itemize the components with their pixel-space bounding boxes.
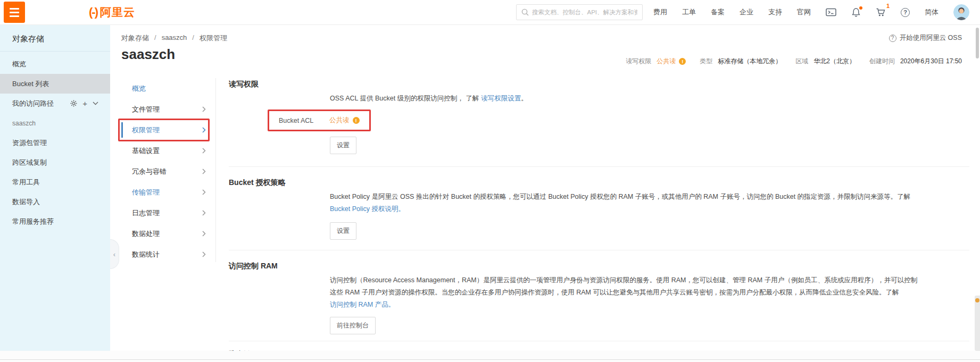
policy-configure-button[interactable]: 设置 bbox=[330, 222, 356, 240]
section-acl: 读写权限 OSS ACL 提供 Bucket 级别的权限访问控制， 了解读写权限… bbox=[229, 79, 969, 154]
sidebar-item-saaszch[interactable]: saaszch bbox=[0, 113, 110, 133]
topnav-item-tickets[interactable]: 工单 bbox=[682, 7, 696, 17]
chevron-right-icon bbox=[202, 148, 206, 154]
ram-description-line1: 访问控制（Resource Access Management，RAM）是阿里云… bbox=[330, 274, 969, 287]
menu-item-redundancy[interactable]: 冗余与容错 bbox=[121, 161, 215, 182]
warning-icon: ! bbox=[353, 117, 360, 124]
bucket-policy-doc-link[interactable]: Bucket Policy 授权说明。 bbox=[330, 205, 405, 213]
breadcrumb-bucket[interactable]: saaszch bbox=[162, 33, 187, 43]
menu-item-permission-management[interactable]: 权限管理 bbox=[121, 120, 215, 140]
section-title: Bucket 授权策略 bbox=[229, 167, 330, 240]
section-bucket-policy: Bucket 授权策略 Bucket Policy 是阿里云 OSS 推出的针对… bbox=[229, 167, 969, 240]
topnav-item-icp[interactable]: 备案 bbox=[711, 7, 725, 17]
acl-status-value: 公共读 bbox=[657, 57, 676, 66]
user-avatar[interactable] bbox=[953, 4, 969, 20]
sidebar-item-bucket-list[interactable]: Bucket 列表 bbox=[0, 74, 110, 94]
chevron-down-icon[interactable] bbox=[93, 102, 98, 105]
breadcrumb: 对象存储 / saaszch / 权限管理 bbox=[121, 33, 227, 43]
topnav: 费用 工单 备案 企业 支持 官网 1 bbox=[653, 4, 973, 20]
sidebar-item-common-tools[interactable]: 常用工具 bbox=[0, 172, 110, 192]
sidebar-title: 对象存储 bbox=[0, 25, 110, 52]
menu-item-logging[interactable]: 日志管理 bbox=[121, 203, 215, 223]
topnav-item-site[interactable]: 官网 bbox=[797, 7, 811, 17]
add-path-icon[interactable]: + bbox=[82, 99, 87, 107]
right-floating-widget[interactable] bbox=[975, 296, 980, 351]
chevron-right-icon bbox=[202, 106, 206, 112]
menu-item-overview[interactable]: 概览 bbox=[121, 78, 215, 99]
main-content: 对象存储 / saaszch / 权限管理 ? 开始使用阿里云 OSS saas… bbox=[110, 25, 980, 351]
sidebar-item-recommended-services[interactable]: 常用服务推荐 bbox=[0, 212, 110, 231]
question-circle-icon: ? bbox=[889, 35, 896, 42]
bucket-meta: 读写权限 公共读 ! 类型 标准存储（本地冗余） 区域 华北2（北京） 创建时间… bbox=[626, 57, 962, 66]
acl-configure-button[interactable]: 设置 bbox=[330, 137, 356, 154]
breadcrumb-oss[interactable]: 对象存储 bbox=[121, 33, 149, 43]
section-title: 访问控制 RAM bbox=[229, 250, 330, 334]
cloudshell-terminal-icon[interactable] bbox=[826, 8, 836, 16]
notifications-bell-icon[interactable] bbox=[851, 7, 861, 18]
menu-divider bbox=[215, 78, 216, 262]
getting-started-link[interactable]: ? 开始使用阿里云 OSS bbox=[889, 33, 962, 43]
section-title: 防盗链 bbox=[229, 341, 330, 351]
policy-description-line1: Bucket Policy 是阿里云 OSS 推出的针对 Bucket 的授权策… bbox=[330, 191, 969, 203]
menu-item-transfer-management[interactable]: 传输管理 bbox=[121, 182, 215, 203]
help-icon[interactable]: ? bbox=[901, 8, 910, 17]
warning-icon: ! bbox=[679, 58, 686, 65]
cart-badge: 1 bbox=[886, 3, 890, 9]
topnav-item-billing[interactable]: 费用 bbox=[653, 7, 667, 17]
logo-bracket-icon: (-) bbox=[89, 5, 97, 19]
sidebar-item-my-access-paths[interactable]: 我的访问路径 + bbox=[0, 94, 110, 113]
menu-item-basic-settings[interactable]: 基础设置 bbox=[121, 140, 215, 161]
page-title: saaszch bbox=[121, 46, 175, 63]
chevron-right-icon bbox=[202, 210, 206, 216]
annotation-box-bucket-acl: Bucket ACL 公共读 ! bbox=[268, 110, 371, 131]
bucket-acl-value: 公共读 ! bbox=[329, 116, 360, 125]
sidebar-item-overview[interactable]: 概览 bbox=[0, 54, 110, 74]
sidebar-item-data-import[interactable]: 数据导入 bbox=[0, 192, 110, 212]
topnav-item-support[interactable]: 支持 bbox=[768, 7, 782, 17]
sidebar-item-resource-packages[interactable]: 资源包管理 bbox=[0, 133, 110, 153]
menu-item-data-processing[interactable]: 数据处理 bbox=[121, 223, 215, 244]
language-switcher[interactable]: 简体 bbox=[925, 7, 939, 17]
bucket-settings-menu: 概览 文件管理 权限管理 基础设置 冗余与容错 传输管理 日志管理 数据处理 bbox=[121, 78, 215, 265]
widget-dot-icon bbox=[975, 298, 979, 302]
ram-product-link[interactable]: 访问控制 RAM 产品。 bbox=[330, 301, 395, 308]
notification-dot bbox=[859, 6, 862, 10]
sidebar-item-cross-region-replication[interactable]: 跨区域复制 bbox=[0, 153, 110, 172]
menu-item-data-statistics[interactable]: 数据统计 bbox=[121, 244, 215, 265]
permission-panels: 读写权限 OSS ACL 提供 Bucket 级别的权限访问控制， 了解读写权限… bbox=[229, 78, 969, 351]
sidebar-collapse-handle[interactable]: ‹ bbox=[110, 239, 119, 269]
chevron-right-icon bbox=[202, 169, 206, 174]
aliyun-logo[interactable]: (-) 阿里云 bbox=[89, 5, 135, 20]
menu-item-file-management[interactable]: 文件管理 bbox=[121, 99, 215, 120]
global-search-box[interactable] bbox=[516, 4, 643, 20]
ram-description-line2: 这些 RAM 子用户对资源的操作权限。当您的企业存在多用户协同操作资源时，使用 … bbox=[330, 287, 969, 299]
hamburger-menu-icon[interactable] bbox=[4, 2, 25, 23]
topbar: (-) 阿里云 费用 工单 备案 企业 支持 官网 bbox=[0, 0, 980, 25]
chevron-right-icon bbox=[202, 231, 206, 237]
ram-console-button[interactable]: 前往控制台 bbox=[330, 317, 376, 334]
brand-name: 阿里云 bbox=[100, 5, 135, 20]
chevron-right-icon bbox=[202, 189, 206, 195]
section-hotlink-protection: 防盗链 bbox=[229, 341, 969, 351]
chevron-right-icon bbox=[202, 251, 206, 257]
section-ram: 访问控制 RAM 访问控制（Resource Access Management… bbox=[229, 250, 969, 334]
bucket-acl-label: Bucket ACL bbox=[279, 117, 329, 124]
window-bottom-edge bbox=[0, 359, 980, 360]
cart-icon[interactable]: 1 bbox=[876, 7, 886, 17]
product-sidebar: 对象存储 概览 Bucket 列表 我的访问路径 + bbox=[0, 25, 110, 351]
topnav-item-enterprise[interactable]: 企业 bbox=[740, 7, 753, 17]
acl-description: OSS ACL 提供 Bucket 级别的权限访问控制， 了解读写权限设置。 bbox=[330, 94, 969, 103]
scrollbar-thumb[interactable] bbox=[976, 28, 979, 58]
search-input[interactable] bbox=[532, 9, 637, 15]
breadcrumb-permissions[interactable]: 权限管理 bbox=[200, 33, 227, 43]
acl-settings-doc-link[interactable]: 读写权限设置 bbox=[481, 95, 521, 102]
search-icon bbox=[521, 9, 529, 16]
chevron-right-icon bbox=[202, 127, 206, 133]
gear-icon[interactable] bbox=[70, 100, 77, 107]
